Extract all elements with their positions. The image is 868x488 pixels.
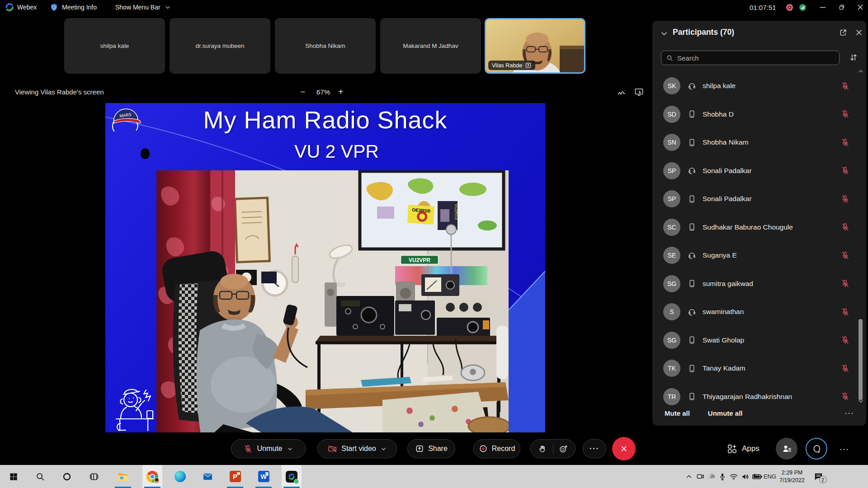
webex-taskbar-button[interactable] <box>282 465 302 488</box>
video-tile[interactable]: Makarand M Jadhav <box>380 18 481 74</box>
participant-row[interactable]: S swaminathan <box>652 298 866 326</box>
muted-mic-icon[interactable] <box>840 222 850 232</box>
remote-control-button[interactable] <box>634 87 644 97</box>
video-tile[interactable]: dr.suraya mubeen <box>170 18 270 74</box>
participant-row[interactable]: SD Shobha D <box>652 100 866 129</box>
window-titlebar: Webex Meeting Info Show Menu Bar 01:07:5… <box>0 0 868 14</box>
scroll-up-button[interactable] <box>857 68 864 75</box>
meeting-info-button[interactable]: Meeting Info <box>50 0 97 14</box>
time: 2:29 PM <box>782 469 803 476</box>
tray-expand-button[interactable] <box>684 465 694 488</box>
mail-icon <box>202 471 213 482</box>
muted-mic-icon[interactable] <box>840 81 850 91</box>
share-button[interactable]: Share <box>407 439 455 458</box>
participants-panel: Participants (70) SK shilpa kale SD Shob… <box>652 21 866 426</box>
file-explorer-button[interactable] <box>113 465 133 488</box>
active-tile-name: Vilas Rabde <box>492 62 522 69</box>
clock[interactable]: 2:29 PM 7/19/2022 <box>778 465 806 488</box>
start-button[interactable] <box>4 465 24 488</box>
participant-name: Shobha Nikam <box>703 138 840 146</box>
cortana-button[interactable] <box>57 465 77 488</box>
more-options-button[interactable]: ··· <box>583 439 606 458</box>
video-tile[interactable]: Shobha Nikam <box>275 18 376 74</box>
participant-row[interactable]: SG sumitra gaikwad <box>652 270 866 298</box>
battery-icon[interactable] <box>750 465 764 488</box>
connection-quality-icon[interactable] <box>798 0 807 14</box>
powerpoint-button[interactable]: P <box>225 465 245 488</box>
wifi-icon[interactable] <box>728 465 740 488</box>
apps-button[interactable]: Apps <box>727 439 760 458</box>
avatar: SG <box>663 332 680 349</box>
slide-bullet-dot <box>141 148 150 159</box>
muted-mic-icon[interactable] <box>840 251 850 260</box>
minimize-button[interactable] <box>818 0 827 14</box>
edge-icon <box>175 471 186 482</box>
muted-mic-icon[interactable] <box>840 335 850 345</box>
participant-row[interactable]: SP Sonali Padalkar <box>652 185 866 213</box>
muted-mic-icon[interactable] <box>840 109 850 119</box>
zoom-in-button[interactable]: + <box>338 87 344 97</box>
scroll-down-button[interactable] <box>857 398 864 405</box>
chrome-button[interactable] <box>142 465 162 488</box>
language-indicator[interactable]: ENG <box>763 465 777 488</box>
annotate-button[interactable] <box>617 87 627 97</box>
participant-row[interactable]: SC Sudhakar Baburao Chougule <box>652 213 866 242</box>
muted-mic-icon[interactable] <box>840 279 850 288</box>
participant-row[interactable]: SK shilpa kale <box>652 72 866 100</box>
tray-mic-icon[interactable] <box>717 465 728 488</box>
onedrive-icon[interactable] <box>706 465 717 488</box>
restore-button[interactable] <box>837 0 846 14</box>
dock-more-button[interactable]: ··· <box>840 446 849 453</box>
volume-icon[interactable] <box>740 465 751 488</box>
zoom-out-button[interactable]: − <box>300 87 306 97</box>
taskbar-search-button[interactable] <box>30 465 50 488</box>
chat-toggle-button[interactable] <box>806 438 827 460</box>
active-speaker-tile[interactable]: Vilas Rabde <box>485 18 585 74</box>
muted-mic-icon[interactable] <box>840 138 850 147</box>
record-button[interactable]: Record <box>473 439 520 458</box>
muted-mic-icon[interactable] <box>840 392 850 401</box>
close-panel-button[interactable] <box>854 28 863 37</box>
word-button[interactable]: W <box>254 465 274 488</box>
collapse-panel-button[interactable] <box>660 29 669 38</box>
participant-row[interactable]: SE Suganya E <box>652 241 866 270</box>
popout-panel-button[interactable] <box>839 28 848 37</box>
start-video-button[interactable]: Start video <box>317 439 397 458</box>
show-menu-bar-button[interactable]: Show Menu Bar <box>115 0 171 14</box>
recording-indicator-icon[interactable] <box>785 0 794 14</box>
muted-mic-icon[interactable] <box>840 364 850 373</box>
mail-button[interactable] <box>198 465 217 488</box>
task-view-icon <box>89 472 99 482</box>
scrollbar-thumb[interactable] <box>859 319 863 400</box>
unmute-all-button[interactable]: Unmute all <box>708 409 743 417</box>
leave-meeting-button[interactable] <box>612 437 636 460</box>
muted-mic-icon[interactable] <box>840 307 850 317</box>
participant-row[interactable]: SG Swati Gholap <box>652 326 866 355</box>
raise-hand-button[interactable] <box>533 444 553 454</box>
avatar: SK <box>663 77 680 94</box>
muted-mic-icon[interactable] <box>840 194 850 204</box>
sort-participants-button[interactable] <box>849 52 859 62</box>
search-box[interactable] <box>661 51 840 65</box>
avatar: SP <box>663 190 680 207</box>
avatar-initials: SP <box>668 167 676 174</box>
muted-mic-icon[interactable] <box>840 166 850 175</box>
participant-row[interactable]: SP Sonali Padalkar <box>652 157 866 185</box>
panel-more-button[interactable]: ··· <box>845 409 854 417</box>
notification-center-button[interactable]: 2 <box>810 465 826 488</box>
search-input[interactable] <box>677 54 835 62</box>
task-view-button[interactable] <box>84 465 104 488</box>
video-tile[interactable]: shilpa kale <box>64 18 165 74</box>
phone-icon <box>688 223 696 231</box>
participants-toggle-button[interactable] <box>776 438 797 460</box>
avatar: SP <box>663 162 680 179</box>
mute-all-button[interactable]: Mute all <box>665 409 690 417</box>
participant-row[interactable]: TK Tanay Kadam <box>652 354 866 383</box>
tray-camera-icon[interactable] <box>695 465 706 488</box>
unmute-button[interactable]: Unmute <box>231 439 306 458</box>
close-window-button[interactable] <box>856 0 865 14</box>
chevron-down-icon <box>660 29 669 38</box>
participant-row[interactable]: SN Shobha Nikam <box>652 128 866 157</box>
reactions-button[interactable] <box>553 444 574 454</box>
edge-button[interactable] <box>170 465 190 488</box>
